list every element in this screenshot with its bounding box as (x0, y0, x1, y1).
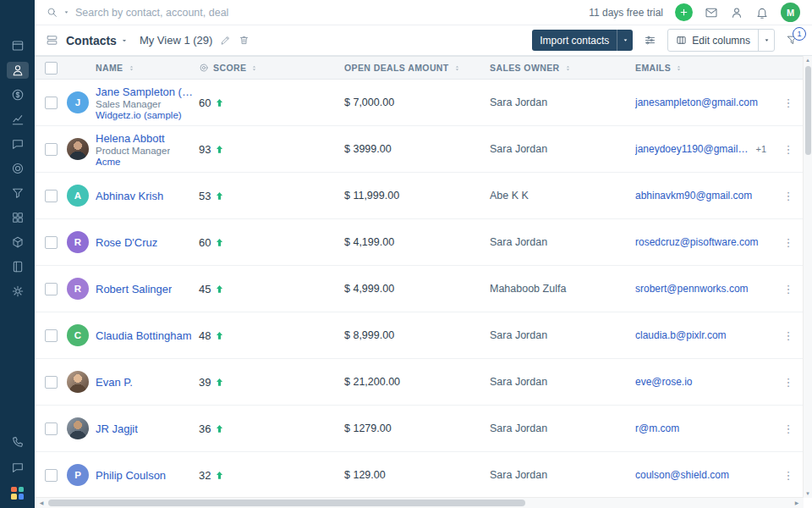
contact-row[interactable]: Evan P. 39 $ 21,200.00 Sara Jordan eve@r… (35, 359, 804, 406)
row-checkbox[interactable] (45, 469, 58, 482)
row-checkbox[interactable] (45, 143, 58, 156)
horizontal-scrollbar-thumb[interactable] (48, 500, 525, 506)
email-icon[interactable] (705, 6, 718, 19)
settings-icon[interactable] (7, 283, 29, 300)
contact-row[interactable]: J Jane Sampleton (sample) Sales Manager … (35, 80, 804, 126)
row-menu-icon[interactable]: ⋮ (783, 144, 794, 155)
contact-name-link[interactable]: Rose D'Cruz (96, 236, 157, 249)
row-checkbox[interactable] (45, 283, 58, 295)
row-menu-icon[interactable]: ⋮ (783, 423, 794, 434)
delete-view-trash-icon[interactable] (239, 35, 250, 46)
row-checkbox[interactable] (45, 97, 58, 109)
row-menu-icon[interactable]: ⋮ (783, 284, 794, 295)
contact-row[interactable]: A Abhinav Krish 53 $ 11,999.00 Abe K K a… (35, 173, 804, 219)
list-settings-sliders-icon[interactable] (644, 34, 656, 47)
edit-view-pencil-icon[interactable] (220, 35, 231, 46)
conversations-icon[interactable] (7, 135, 29, 152)
contact-name-link[interactable]: JR Jagjit (96, 422, 138, 435)
row-menu-icon[interactable]: ⋮ (783, 330, 794, 341)
import-contacts-button[interactable]: Import contacts (532, 30, 633, 51)
contact-score: 45 (199, 283, 211, 295)
contact-name-link[interactable]: Jane Sampleton (sample) (96, 86, 194, 98)
vertical-scrollbar[interactable]: ▲ ▼ (803, 56, 812, 498)
edit-columns-button[interactable]: Edit columns (667, 29, 775, 52)
row-checkbox[interactable] (45, 190, 58, 202)
invite-user-icon[interactable] (730, 6, 743, 19)
horizontal-scrollbar[interactable]: ◀ ▶ (35, 497, 804, 508)
contact-row[interactable]: JR Jagjit 36 $ 1279.00 Sara Jordan r@m.c… (35, 406, 804, 452)
edit-columns-caret-icon[interactable] (758, 30, 774, 51)
row-checkbox[interactable] (45, 236, 58, 249)
row-checkbox[interactable] (45, 329, 58, 342)
score-target-icon (199, 63, 209, 73)
vertical-scrollbar-thumb[interactable] (805, 66, 811, 155)
contact-row[interactable]: C Claudia Bottingham 48 $ 8,999.00 Sara … (35, 312, 804, 359)
view-switcher-icon[interactable] (46, 34, 58, 47)
funnel-icon[interactable] (7, 185, 29, 202)
module-selector[interactable]: Contacts (66, 34, 129, 47)
contact-email-link[interactable]: claudia.b@pixlr.com (635, 329, 727, 341)
row-menu-icon[interactable]: ⋮ (783, 190, 794, 202)
dashboard-icon[interactable] (7, 209, 29, 226)
contact-email-link[interactable]: srobert@pennworks.com (635, 283, 749, 295)
sort-icon[interactable] (128, 64, 135, 72)
phone-icon[interactable] (7, 433, 29, 450)
import-dropdown-caret-icon[interactable] (617, 30, 633, 51)
overview-icon[interactable] (7, 37, 29, 54)
sales-owner: Sara Jordan (490, 376, 635, 388)
contact-name-link[interactable]: Robert Salinger (96, 283, 172, 295)
row-menu-icon[interactable]: ⋮ (783, 97, 794, 108)
contact-name-link[interactable]: Helena Abbott (96, 132, 170, 145)
sort-icon[interactable] (675, 64, 683, 72)
row-menu-icon[interactable]: ⋮ (783, 237, 794, 248)
products-icon[interactable] (7, 234, 29, 251)
contact-row[interactable]: Helena Abbott Product Manager Acme 93 $ … (35, 126, 804, 173)
extra-emails-badge[interactable]: +1 (755, 144, 766, 154)
contacts-icon[interactable] (7, 62, 29, 79)
analytics-icon[interactable] (7, 111, 29, 128)
contact-name-link[interactable]: Evan P. (96, 376, 133, 389)
contact-avatar: A (67, 185, 89, 207)
contact-company-link[interactable]: Widgetz.io (sample) (96, 110, 194, 120)
contact-email-link[interactable]: rosedcruz@pisoftware.com (635, 236, 759, 248)
contact-email-link[interactable]: r@m.com (635, 422, 679, 434)
contact-name-link[interactable]: Abhinav Krish (96, 190, 163, 202)
scroll-down-arrow[interactable]: ▼ (804, 489, 812, 498)
view-title[interactable]: My View 1 (29) (140, 34, 212, 47)
sort-icon[interactable] (453, 64, 461, 72)
select-all-checkbox[interactable] (45, 62, 58, 75)
row-menu-icon[interactable]: ⋮ (783, 377, 794, 388)
contact-name-link[interactable]: Philip Coulson (96, 469, 166, 482)
user-avatar[interactable]: M (781, 3, 800, 22)
contact-name-link[interactable]: Claudia Bottingham (96, 329, 191, 342)
scroll-right-arrow[interactable]: ▶ (792, 498, 802, 508)
goals-icon[interactable] (7, 160, 29, 177)
deals-icon[interactable] (7, 86, 29, 103)
notifications-bell-icon[interactable] (755, 6, 769, 19)
left-nav (0, 0, 35, 508)
column-header-name: Name (96, 63, 123, 73)
quick-add-button[interactable] (675, 3, 693, 21)
global-search[interactable]: Search by contact, account, deal (47, 7, 228, 19)
contact-email-link[interactable]: abhinavkm90@gmail.com (635, 190, 752, 202)
chat-icon[interactable] (7, 459, 29, 476)
filters-button[interactable]: 1 (786, 34, 798, 47)
row-menu-icon[interactable]: ⋮ (783, 470, 794, 481)
playbooks-icon[interactable] (7, 258, 29, 275)
scroll-left-arrow[interactable]: ◀ (36, 498, 47, 508)
row-checkbox[interactable] (45, 422, 58, 435)
row-checkbox[interactable] (45, 376, 58, 389)
contact-email-link[interactable]: janesampleton@gmail.com (635, 97, 758, 108)
contact-email-link[interactable]: eve@rose.io (635, 376, 693, 388)
contact-email-link[interactable]: janeydoey1190@gmail.com (635, 143, 750, 155)
search-scope-caret-icon[interactable] (63, 8, 70, 16)
sort-icon[interactable] (564, 64, 572, 72)
contact-company-link[interactable]: Acme (96, 157, 170, 167)
contact-row[interactable]: P Philip Coulson 32 $ 129.00 Sara Jordan… (35, 452, 804, 499)
apps-switcher-icon[interactable] (7, 484, 29, 501)
scroll-up-arrow[interactable]: ▲ (804, 56, 812, 64)
contact-email-link[interactable]: coulson@shield.com (635, 469, 729, 481)
contact-row[interactable]: R Rose D'Cruz 60 $ 4,199.00 Sara Jordan … (35, 219, 804, 266)
contact-row[interactable]: R Robert Salinger 45 $ 4,999.00 Mahaboob… (35, 266, 804, 312)
sort-icon[interactable] (250, 64, 258, 72)
